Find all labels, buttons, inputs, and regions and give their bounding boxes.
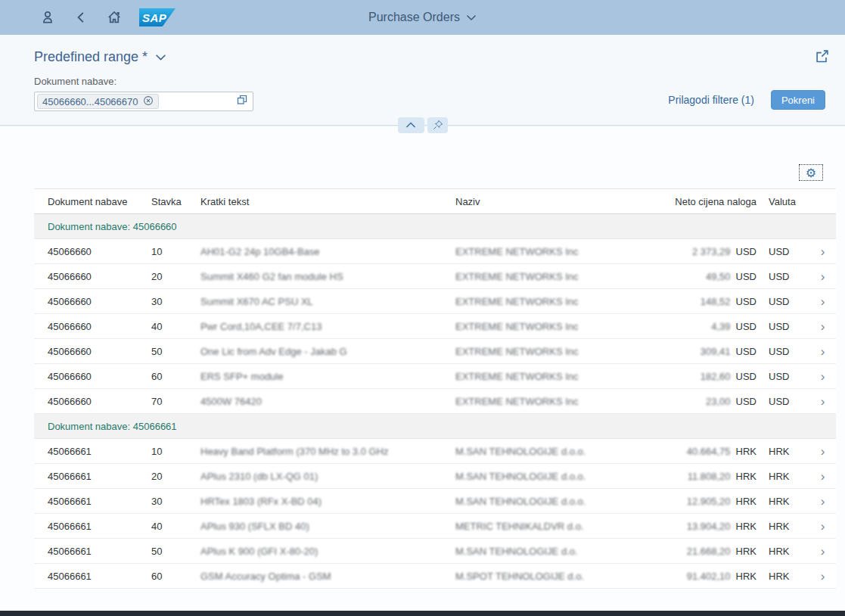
- filter-token-label: 45066660...45066670: [42, 96, 138, 107]
- cell-short-text: Summit X460 G2 fan module HS: [200, 271, 455, 282]
- cell-doc: 45066661: [34, 571, 151, 582]
- main-content: ⚙ Dokument nabave Stavka Kratki tekst Na…: [0, 126, 845, 589]
- cell-short-text: Heavy Band Platform (370 MHz to 3.0 GHz: [200, 446, 455, 457]
- bottom-edge-bar: [0, 611, 845, 616]
- table-row[interactable]: 45066660 50 One Lic from Adv Edge - Jaka…: [34, 339, 836, 364]
- table-row[interactable]: 45066660 10 AH01-G2 24p 10GB4-Base EXTRE…: [34, 239, 836, 264]
- col-header-valuta[interactable]: Valuta: [756, 196, 809, 207]
- document-filter-input[interactable]: 45066660...45066670: [34, 92, 253, 111]
- row-chevron-icon[interactable]: ›: [821, 345, 825, 358]
- go-button[interactable]: Pokreni: [771, 90, 825, 110]
- row-chevron-icon[interactable]: ›: [821, 520, 825, 533]
- table-row[interactable]: 45066661 20 APlus 2310 (db LX-QG 01) M.S…: [34, 464, 836, 489]
- cell-price: 309,41 USD: [658, 346, 756, 357]
- cell-name: METRIC TEHNIKALDVR d.o.: [455, 521, 658, 532]
- cell-doc: 45066661: [34, 496, 151, 507]
- title-chevron-down-icon[interactable]: [466, 11, 477, 24]
- cell-price-currency: HRK: [736, 571, 756, 582]
- back-icon[interactable]: [73, 9, 89, 26]
- cell-currency: USD: [756, 346, 809, 357]
- cell-short-text: Summit X670 AC PSU XL: [200, 296, 455, 307]
- share-icon[interactable]: [815, 48, 831, 65]
- variant-selector[interactable]: Predefined range *: [34, 49, 166, 65]
- col-header-naziv[interactable]: Naziv: [455, 196, 658, 207]
- cell-item: 20: [151, 471, 200, 482]
- row-chevron-icon[interactable]: ›: [821, 495, 825, 508]
- cell-name: EXTREME NETWORKS Inc: [455, 346, 658, 357]
- table-row[interactable]: 45066660 40 Pwr Cord,10A,CEE 7/7,C13 EXT…: [34, 314, 836, 339]
- table-settings-button[interactable]: ⚙: [799, 164, 823, 181]
- table-row[interactable]: 45066660 70 4500W 76420 EXTREME NETWORKS…: [34, 389, 836, 414]
- row-chevron-icon[interactable]: ›: [821, 295, 825, 308]
- table-body: Dokument nabave: 45066660 45066660 10 AH…: [34, 214, 836, 589]
- col-header-dokument-nabave[interactable]: Dokument nabave: [34, 196, 151, 207]
- table-row[interactable]: 45066661 30 HRTex 1803 (RFx X-BD 04) M.S…: [34, 489, 836, 514]
- cell-doc: 45066660: [34, 296, 151, 307]
- purchase-orders-table: Dokument nabave Stavka Kratki tekst Nazi…: [34, 188, 836, 589]
- home-icon[interactable]: [106, 9, 123, 26]
- collapse-header-button[interactable]: [398, 117, 424, 133]
- row-chevron-icon[interactable]: ›: [821, 570, 825, 583]
- cell-price-currency: USD: [736, 321, 756, 332]
- cell-price-value: 12.905,20: [687, 496, 731, 507]
- cell-price-value: 4,39: [711, 321, 730, 332]
- cell-item: 40: [151, 521, 200, 532]
- row-chevron-icon[interactable]: ›: [821, 395, 825, 408]
- cell-price: 11.808,20 HRK: [658, 471, 756, 482]
- variant-row: Predefined range *: [0, 35, 845, 71]
- table-row[interactable]: 45066661 40 APlus 930 (SFLX BD 40) METRI…: [34, 514, 836, 539]
- cell-name: EXTREME NETWORKS Inc: [455, 271, 658, 282]
- token-remove-icon[interactable]: [143, 95, 154, 108]
- cell-price-currency: USD: [736, 296, 756, 307]
- cell-name: EXTREME NETWORKS Inc: [455, 321, 658, 332]
- row-chevron-icon[interactable]: ›: [821, 320, 825, 333]
- cell-price-currency: USD: [736, 246, 756, 257]
- app-title: Purchase Orders: [0, 11, 845, 24]
- row-chevron-icon[interactable]: ›: [821, 270, 825, 283]
- cell-price-currency: USD: [736, 346, 756, 357]
- cell-price-currency: USD: [736, 396, 756, 407]
- cell-name: EXTREME NETWORKS Inc: [455, 396, 658, 407]
- cell-price: 2 373,29 USD: [658, 246, 756, 257]
- cell-price: 4,39 USD: [658, 321, 756, 332]
- table-row[interactable]: 45066661 60 GSM Accuracy Optima - GSM M.…: [34, 564, 836, 589]
- table-header-row: Dokument nabave Stavka Kratki tekst Nazi…: [34, 189, 836, 214]
- cell-item: 30: [151, 296, 200, 307]
- table-row[interactable]: 45066660 30 Summit X670 AC PSU XL EXTREM…: [34, 289, 836, 314]
- cell-price-currency: HRK: [736, 546, 756, 557]
- cell-price-currency: USD: [736, 371, 756, 382]
- cell-short-text: APlus K 900 (GFI X-80-20): [200, 546, 455, 557]
- cell-currency: HRK: [756, 521, 809, 532]
- value-help-icon[interactable]: [236, 94, 248, 109]
- cell-price: 13.904,20 HRK: [658, 521, 756, 532]
- cell-price-value: 309,41: [701, 346, 731, 357]
- table-row[interactable]: 45066660 60 ERS SFP+ module EXTREME NETW…: [34, 364, 836, 389]
- cell-currency: HRK: [756, 496, 809, 507]
- cell-item: 20: [151, 271, 200, 282]
- row-chevron-icon[interactable]: ›: [821, 545, 825, 558]
- filter-token[interactable]: 45066660...45066670: [37, 94, 159, 109]
- cell-price-currency: HRK: [736, 471, 756, 482]
- cell-price-value: 11.808,20: [688, 471, 731, 482]
- cell-price-value: 23,00: [706, 396, 731, 407]
- row-chevron-icon[interactable]: ›: [821, 245, 825, 258]
- table-row[interactable]: 45066661 50 APlus K 900 (GFI X-80-20) M.…: [34, 539, 836, 564]
- cell-name: M.SPOT TEHNOLOGIJE d.o.: [455, 571, 658, 582]
- cell-name: M.SAN TEHNOLOGIJE d.o.o.: [455, 446, 658, 457]
- cell-item: 10: [151, 246, 200, 257]
- adapt-filters-link[interactable]: Prilagodi filtere (1): [668, 94, 754, 106]
- table-row[interactable]: 45066660 20 Summit X460 G2 fan module HS…: [34, 264, 836, 289]
- cell-price: 40.664,75 HRK: [658, 446, 756, 457]
- row-chevron-icon[interactable]: ›: [821, 470, 825, 483]
- table-row[interactable]: 45066661 10 Heavy Band Platform (370 MHz…: [34, 439, 836, 464]
- row-chevron-icon[interactable]: ›: [821, 445, 825, 458]
- cell-doc: 45066660: [34, 396, 151, 407]
- col-header-neto-cijena[interactable]: Neto cijena naloga: [658, 196, 756, 207]
- cell-price-currency: HRK: [736, 521, 756, 532]
- col-header-kratki-tekst[interactable]: Kratki tekst: [200, 196, 455, 207]
- col-header-stavka[interactable]: Stavka: [151, 196, 200, 207]
- cell-doc: 45066660: [34, 346, 151, 357]
- row-chevron-icon[interactable]: ›: [821, 370, 825, 383]
- user-icon[interactable]: [39, 9, 56, 26]
- pin-header-button[interactable]: [427, 117, 448, 133]
